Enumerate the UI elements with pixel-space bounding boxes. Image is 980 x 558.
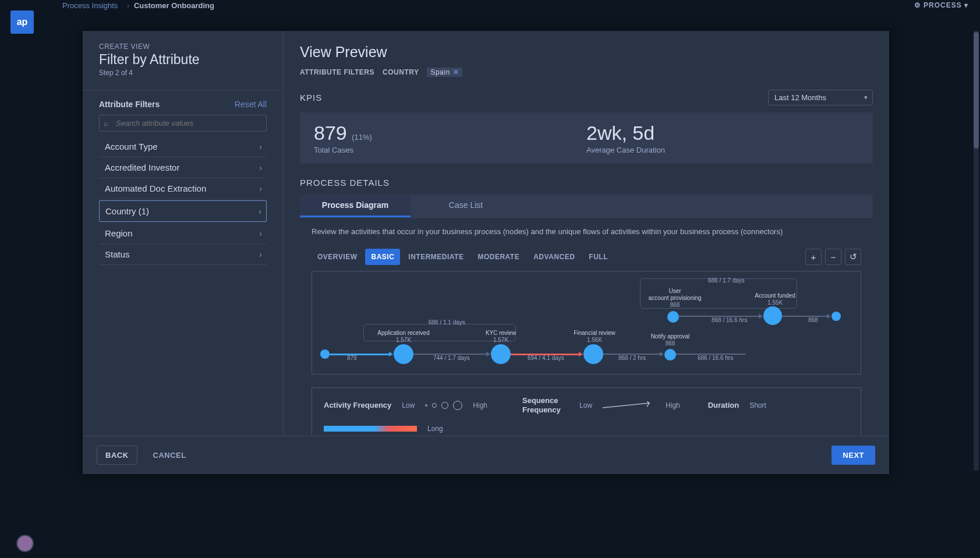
node-label: Account funded1.55K: [746, 292, 804, 306]
country-label: COUNTRY: [383, 68, 419, 76]
back-button[interactable]: BACK: [97, 446, 137, 465]
duration-gradient-icon: [324, 426, 417, 432]
legend-activity-label: Activity Frequency: [324, 401, 391, 409]
filter-item[interactable]: Region›: [99, 223, 267, 244]
view-level-full[interactable]: FULL: [583, 249, 614, 265]
edge-label: 686 / 1.1 days: [429, 319, 465, 326]
preview-title: View Preview: [300, 44, 873, 61]
edge-label: 868 / 2 hrs: [618, 355, 646, 361]
filter-item[interactable]: Country (1)›: [99, 200, 267, 222]
filter-item[interactable]: Account Type›: [99, 136, 267, 157]
gear-icon: ⚙: [914, 1, 921, 9]
cancel-button[interactable]: CANCEL: [144, 446, 195, 465]
caret-down-icon: ▾: [964, 1, 968, 9]
node-label: KYC review1.57K: [475, 330, 527, 344]
kpi-avg-duration-value: 2wk, 5d: [586, 122, 654, 144]
chevron-right-icon: ›: [259, 229, 262, 238]
chevron-right-icon: ›: [127, 1, 129, 10]
reset-all-link[interactable]: Reset All: [235, 100, 267, 109]
zoom-reset-button[interactable]: ↺: [845, 249, 861, 265]
app-logo: ap: [10, 10, 34, 34]
attribute-filters-label: ATTRIBUTE FILTERS: [300, 68, 374, 76]
create-view-dialog: CREATE VIEW Filter by Attribute Step 2 o…: [83, 31, 889, 474]
chip-remove-icon[interactable]: ✕: [453, 68, 459, 76]
zoom-out-button[interactable]: −: [825, 249, 841, 265]
frequency-dots-icon: [425, 401, 462, 410]
node-label: Financial review1.56K: [562, 330, 627, 344]
process-dropdown[interactable]: ⚙ PROCESS ▾: [914, 1, 968, 9]
sequence-arrow-icon: [603, 401, 655, 409]
left-rail: ap: [0, 0, 62, 558]
zoom-in-button[interactable]: +: [805, 249, 822, 265]
edge-label: 868: [808, 317, 818, 323]
filters-title: Attribute Filters: [99, 100, 160, 109]
tab-case-list[interactable]: Case List: [411, 195, 521, 217]
breadcrumb-parent[interactable]: Process Insights: [62, 1, 118, 10]
scrollbar-thumb[interactable]: [974, 32, 979, 149]
edge-label: 686 / 1.7 days: [708, 277, 745, 284]
view-level-intermediate[interactable]: INTERMEDIATE: [402, 249, 469, 265]
kpis-title: KPIS: [300, 93, 322, 103]
filter-chip-spain: Spain ✕: [427, 68, 462, 77]
kpi-total-cases-label: Total Cases: [314, 146, 586, 154]
chevron-right-icon: ›: [259, 163, 262, 172]
chevron-right-icon: ›: [259, 142, 262, 151]
dialog-sidebar: CREATE VIEW Filter by Attribute Step 2 o…: [83, 31, 284, 436]
legend-duration-label: Duration: [708, 401, 739, 409]
kpi-total-cases-pct: (11%): [352, 133, 372, 142]
node-label: Useraccount provisioning868: [637, 288, 713, 309]
view-level-basic[interactable]: BASIC: [365, 249, 400, 265]
process-details-title: PROCESS DETAILS: [300, 178, 873, 188]
top-bar: Process Insights › Customer Onboarding ⚙…: [0, 0, 980, 10]
view-level-overview[interactable]: OVERVIEW: [312, 249, 363, 265]
main-area: CREATE VIEW Filter by Attribute Step 2 o…: [62, 10, 980, 558]
filter-item[interactable]: Automated Doc Extraction›: [99, 178, 267, 199]
chevron-right-icon: ›: [259, 207, 261, 216]
filter-item[interactable]: Status›: [99, 244, 267, 265]
filter-item[interactable]: Accredited Investor›: [99, 157, 267, 178]
node-label: Notify approval868: [644, 333, 696, 347]
dialog-step: Step 2 of 4: [99, 69, 267, 77]
legend-sequence-label: Sequence Frequency: [522, 396, 569, 414]
chevron-right-icon: ›: [259, 250, 262, 259]
process-description: Review the activities that occur in your…: [300, 227, 873, 236]
edge-label: 694 / 4.1 days: [528, 355, 564, 361]
node-label: Application received1.57K: [366, 330, 441, 344]
process-diagram[interactable]: 879 Application received1.57K 686 / 1.1 …: [312, 271, 861, 375]
timerange-dropdown[interactable]: Last 12 Months: [768, 90, 873, 105]
search-icon: ⌕: [104, 119, 108, 128]
breadcrumb: Process Insights › Customer Onboarding: [62, 1, 214, 10]
chevron-right-icon: ›: [259, 184, 262, 193]
dialog-eyebrow: CREATE VIEW: [99, 43, 267, 51]
diagram-legend: Activity Frequency Low High Sequence Fre…: [312, 387, 861, 436]
search-input[interactable]: [99, 115, 267, 132]
view-level-moderate[interactable]: MODERATE: [472, 249, 525, 265]
view-preview: View Preview ATTRIBUTE FILTERS COUNTRY S…: [284, 31, 889, 436]
avatar[interactable]: [16, 535, 34, 552]
edge-label: 744 / 1.7 days: [433, 355, 470, 361]
dialog-title: Filter by Attribute: [99, 52, 267, 68]
breadcrumb-current: Customer Onboarding: [134, 1, 214, 10]
view-level-advanced[interactable]: ADVANCED: [528, 249, 581, 265]
next-button[interactable]: NEXT: [832, 446, 875, 465]
edge-label: 686 / 16.6 hrs: [698, 355, 733, 361]
edge-label: 868 / 16.6 hrs: [712, 317, 747, 323]
tab-process-diagram[interactable]: Process Diagram: [300, 195, 411, 217]
kpi-total-cases-value: 879: [314, 122, 347, 144]
edge-label: 879: [347, 355, 357, 361]
kpi-avg-duration-label: Average Case Duration: [586, 146, 859, 154]
